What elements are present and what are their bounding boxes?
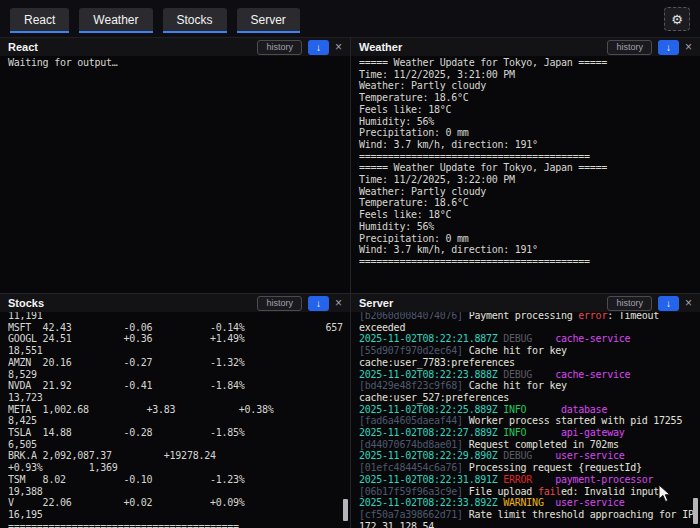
history-button[interactable]: history: [257, 296, 302, 311]
close-pane-button[interactable]: ×: [685, 297, 692, 309]
pane-stocks: Stocks history ↓ × 11,191 MSFT 42.43 -0.…: [0, 294, 350, 528]
pane-react-header: React history ↓ ×: [0, 38, 350, 56]
pane-weather-content: ===== Weather Update for Tokyo, Japan ==…: [351, 56, 700, 293]
close-icon: ×: [685, 40, 692, 54]
pane-title: React: [8, 41, 257, 53]
server-output: [b2060d0084074076] Payment processing er…: [359, 312, 696, 528]
pane-stocks-header: Stocks history ↓ ×: [0, 294, 350, 312]
pane-server-header: Server history ↓ ×: [351, 294, 700, 312]
react-output: Waiting for output…: [8, 57, 346, 69]
pane-server-content: [b2060d0084074076] Payment processing er…: [351, 312, 700, 528]
pane-actions: history ↓ ×: [257, 40, 342, 55]
scroll-to-bottom-button[interactable]: ↓: [308, 296, 329, 311]
pane-server: Server history ↓ × [b2060d0084074076] Pa…: [351, 294, 700, 528]
close-pane-button[interactable]: ×: [335, 41, 342, 53]
pane-weather: Weather history ↓ × ===== Weather Update…: [351, 38, 700, 293]
close-pane-button[interactable]: ×: [335, 297, 342, 309]
pane-title: Server: [359, 297, 607, 309]
pane-actions: history ↓ ×: [257, 296, 342, 311]
close-icon: ×: [335, 296, 342, 310]
settings-button[interactable]: ⚙: [664, 7, 690, 31]
weather-output: ===== Weather Update for Tokyo, Japan ==…: [359, 57, 696, 268]
pane-actions: history ↓ ×: [607, 40, 692, 55]
stocks-output: 11,191 MSFT 42.43 -0.06 -0.14% 657 GOOGL…: [8, 312, 346, 528]
scroll-to-bottom-button[interactable]: ↓: [658, 296, 679, 311]
down-arrow-icon: ↓: [316, 42, 321, 53]
down-arrow-icon: ↓: [316, 298, 321, 309]
close-pane-button[interactable]: ×: [685, 41, 692, 53]
tab-stocks[interactable]: Stocks: [163, 8, 227, 33]
down-arrow-icon: ↓: [666, 298, 671, 309]
tab-list: ReactWeatherStocksServer: [10, 8, 300, 33]
tab-react[interactable]: React: [10, 8, 69, 33]
gear-icon: ⚙: [671, 12, 683, 27]
history-button[interactable]: history: [257, 40, 302, 55]
top-tab-bar: ReactWeatherStocksServer ⚙: [0, 0, 700, 38]
close-icon: ×: [685, 296, 692, 310]
pane-title: Stocks: [8, 297, 257, 309]
server-scrollbar-thumb[interactable]: [693, 498, 698, 524]
history-button[interactable]: history: [607, 296, 652, 311]
pane-react-content: Waiting for output…: [0, 56, 350, 293]
history-button[interactable]: history: [607, 40, 652, 55]
pane-actions: history ↓ ×: [607, 296, 692, 311]
stocks-scrollbar-thumb[interactable]: [343, 499, 348, 521]
scroll-to-bottom-button[interactable]: ↓: [658, 40, 679, 55]
pane-react: React history ↓ × Waiting for output…: [0, 38, 350, 293]
close-icon: ×: [335, 40, 342, 54]
tab-weather[interactable]: Weather: [79, 8, 152, 33]
pane-weather-header: Weather history ↓ ×: [351, 38, 700, 56]
down-arrow-icon: ↓: [666, 42, 671, 53]
tab-server[interactable]: Server: [237, 8, 300, 33]
scroll-to-bottom-button[interactable]: ↓: [308, 40, 329, 55]
pane-title: Weather: [359, 41, 607, 53]
pane-stocks-content: 11,191 MSFT 42.43 -0.06 -0.14% 657 GOOGL…: [0, 312, 350, 528]
pane-grid: React history ↓ × Waiting for output… We…: [0, 38, 700, 528]
